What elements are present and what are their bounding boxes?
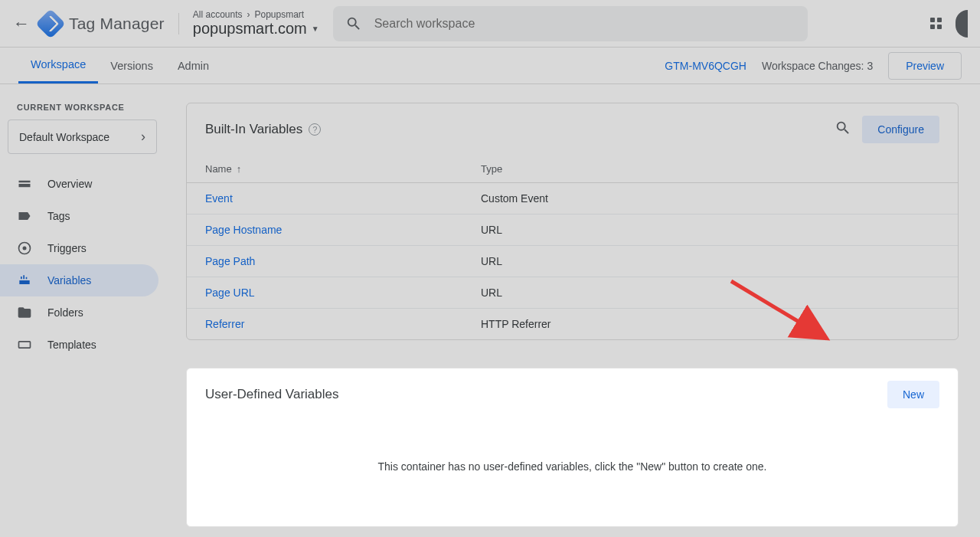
back-arrow-icon[interactable]: ← [12, 14, 31, 34]
search-box[interactable] [333, 6, 808, 41]
apps-icon[interactable] [930, 18, 942, 29]
gtm-logo-icon [35, 8, 66, 39]
table-row[interactable]: Referrer HTTP Referrer [187, 309, 958, 339]
product-name: Tag Manager [69, 15, 165, 33]
breadcrumb[interactable]: All accounts › Popupsmart [193, 9, 319, 20]
preview-button[interactable]: Preview [888, 52, 962, 80]
search-icon [835, 120, 851, 136]
search-variables-button[interactable] [835, 120, 851, 139]
sidebar-item-label: Tags [47, 210, 70, 222]
variable-name[interactable]: Page Hostname [205, 224, 481, 236]
variable-type: URL [481, 255, 939, 267]
configure-button[interactable]: Configure [862, 116, 939, 143]
variable-type: Custom Event [481, 192, 939, 205]
sidebar-item-label: Triggers [47, 242, 87, 254]
sidebar-item-tags[interactable]: Tags [0, 200, 158, 232]
folder-icon [17, 305, 32, 320]
breadcrumb-current: Popupsmart [254, 9, 304, 20]
container-id[interactable]: GTM-MV6QCGH [665, 60, 746, 72]
container-name-text: popupsmart.com [193, 20, 307, 38]
table-row[interactable]: Page Hostname URL [187, 214, 958, 246]
column-type[interactable]: Type [481, 163, 939, 175]
help-icon[interactable]: ? [309, 123, 321, 136]
template-icon [17, 337, 32, 352]
sidebar-item-variables[interactable]: Variables [0, 264, 158, 296]
workspace-selector[interactable]: Default Workspace › [8, 120, 157, 154]
variable-name[interactable]: Referrer [205, 318, 481, 330]
udv-title: User-Defined Variables [205, 387, 338, 402]
chevron-right-icon: › [247, 9, 250, 20]
breadcrumb-root: All accounts [193, 9, 243, 20]
tab-versions[interactable]: Versions [98, 47, 165, 83]
variable-name[interactable]: Event [205, 192, 481, 205]
table-row[interactable]: Page Path URL [187, 246, 958, 277]
column-name[interactable]: Name [205, 163, 232, 175]
sidebar-item-label: Folders [47, 306, 83, 319]
sidebar-item-label: Overview [47, 178, 92, 190]
tab-admin[interactable]: Admin [165, 47, 221, 83]
container-switcher[interactable]: popupsmart.com ▼ [193, 20, 319, 38]
tab-workspace[interactable]: Workspace [18, 47, 98, 83]
overview-icon [17, 176, 32, 192]
sidebar-item-triggers[interactable]: Triggers [0, 232, 158, 264]
sidebar-item-overview[interactable]: Overview [0, 168, 158, 200]
variable-icon [17, 273, 32, 288]
current-workspace-label: CURRENT WORKSPACE [0, 98, 165, 120]
trigger-icon [17, 241, 32, 256]
variable-name[interactable]: Page URL [205, 287, 481, 299]
sidebar-item-label: Variables [47, 274, 91, 287]
sort-arrow-up-icon: ↑ [237, 163, 242, 175]
search-icon [345, 15, 362, 32]
svg-point-1 [23, 247, 27, 250]
variable-type: URL [481, 224, 939, 236]
variable-type: HTTP Referrer [481, 318, 939, 330]
dropdown-triangle-icon: ▼ [312, 25, 319, 33]
udv-empty-message: This container has no user-defined varia… [187, 421, 958, 526]
workspace-changes: Workspace Changes: 3 [762, 60, 873, 72]
sidebar-item-folders[interactable]: Folders [0, 296, 158, 329]
new-button[interactable]: New [887, 381, 939, 408]
tag-icon [17, 208, 32, 224]
sidebar-item-label: Templates [47, 339, 96, 351]
avatar[interactable] [956, 10, 968, 38]
search-input[interactable] [374, 17, 795, 31]
workspace-name: Default Workspace [19, 131, 109, 143]
user-defined-variables-card: User-Defined Variables New This containe… [186, 368, 959, 527]
table-row[interactable]: Event Custom Event [187, 183, 958, 214]
builtin-variables-card: Built-In Variables ? Configure Name ↑ Ty… [186, 103, 959, 340]
variable-name[interactable]: Page Path [205, 255, 481, 267]
chevron-right-icon: › [141, 129, 145, 145]
table-row[interactable]: Page URL URL [187, 277, 958, 309]
sidebar-item-templates[interactable]: Templates [0, 329, 158, 361]
builtin-title: Built-In Variables [205, 122, 302, 137]
variable-type: URL [481, 287, 939, 299]
